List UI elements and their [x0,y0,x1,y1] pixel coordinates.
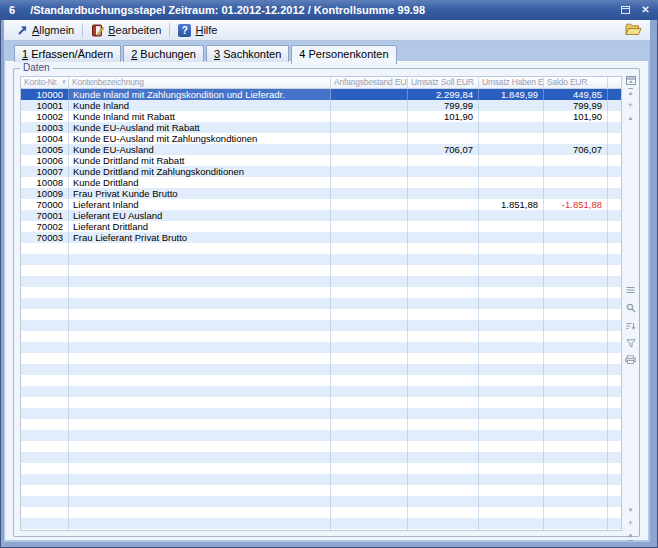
cell-sal[interactable] [544,474,608,485]
cell-anf[interactable] [331,221,408,232]
table-row-empty[interactable] [21,364,621,375]
cell-name[interactable] [69,507,331,518]
cell-nr[interactable] [21,309,69,320]
last-row-icon[interactable]: ▼ [625,530,636,542]
cell-hab[interactable] [479,375,544,386]
cell-name[interactable] [69,408,331,419]
cell-nr[interactable] [21,463,69,474]
cell-nr[interactable] [21,529,69,531]
cell-anf[interactable] [331,177,408,188]
cell-nr[interactable]: 10005 [21,144,69,155]
cell-name[interactable]: Frau Privat Kunde Brutto [69,188,331,199]
cell-soll[interactable] [408,166,479,177]
cell-nr[interactable] [21,496,69,507]
table-row-empty[interactable] [21,463,621,474]
cell-sal[interactable] [544,441,608,452]
table-row[interactable]: 70001Lieferant EU Ausland [21,210,621,221]
cell-anf[interactable] [331,276,408,287]
table-row[interactable]: 10007Kunde Drittland mit Zahlungskonditi… [21,166,621,177]
cell-soll[interactable] [408,529,479,531]
cell-name[interactable] [69,529,331,531]
cell-hab[interactable] [479,243,544,254]
cell-name[interactable] [69,518,331,529]
cell-soll[interactable] [408,210,479,221]
cell-soll[interactable] [408,463,479,474]
cell-soll[interactable] [408,408,479,419]
cell-soll[interactable] [408,177,479,188]
cell-name[interactable]: Kunde EU-Ausland mit Rabatt [69,122,331,133]
accounts-grid[interactable]: Konto-Nr.▼ Kontenbezeichnung Anfangsbest… [20,76,622,531]
cell-soll[interactable] [408,485,479,496]
cell-name[interactable]: Frau Lieferant Privat Brutto [69,232,331,243]
cell-nr[interactable] [21,364,69,375]
cell-nr[interactable]: 10008 [21,177,69,188]
cell-name[interactable] [69,441,331,452]
table-row[interactable]: 70000Lieferant Inland1.851,88-1.851,88 [21,199,621,210]
cell-soll[interactable] [408,452,479,463]
cell-hab[interactable] [479,320,544,331]
cell-name[interactable]: Kunde Inland [69,100,331,111]
cell-nr[interactable]: 10004 [21,133,69,144]
table-row[interactable]: 10009Frau Privat Kunde Brutto [21,188,621,199]
cell-nr[interactable] [21,287,69,298]
cell-anf[interactable] [331,188,408,199]
cell-sal[interactable]: 449,85 [544,89,608,100]
cell-nr[interactable] [21,408,69,419]
cell-name[interactable]: Lieferant Drittland [69,221,331,232]
tab-personenkonten[interactable]: 4 Personenkonten [291,45,396,64]
cell-anf[interactable] [331,430,408,441]
cell-name[interactable] [69,452,331,463]
cell-hab[interactable] [479,221,544,232]
cell-sal[interactable] [544,210,608,221]
cell-name[interactable] [69,243,331,254]
row-down-icon[interactable]: ▼ [625,504,636,516]
cell-anf[interactable] [331,441,408,452]
cell-name[interactable] [69,430,331,441]
cell-nr[interactable]: 10006 [21,155,69,166]
cell-anf[interactable] [331,122,408,133]
cell-hab[interactable]: 1.851,88 [479,199,544,210]
cell-soll[interactable] [408,221,479,232]
cell-nr[interactable]: 10000 [21,89,69,100]
table-row-empty[interactable] [21,408,621,419]
cell-hab[interactable] [479,309,544,320]
cell-hab[interactable] [479,265,544,276]
table-row-empty[interactable] [21,485,621,496]
cell-name[interactable]: Lieferant EU Ausland [69,210,331,221]
cell-anf[interactable] [331,265,408,276]
cell-hab[interactable] [479,232,544,243]
cell-anf[interactable] [331,155,408,166]
cell-hab[interactable] [479,485,544,496]
table-row-empty[interactable] [21,254,621,265]
table-row-empty[interactable] [21,419,621,430]
table-row[interactable]: 10006Kunde Drittland mit Rabatt [21,155,621,166]
cell-anf[interactable] [331,463,408,474]
cell-sal[interactable] [544,397,608,408]
cell-sal[interactable] [544,276,608,287]
cell-hab[interactable] [479,155,544,166]
cell-soll[interactable] [408,276,479,287]
cell-nr[interactable] [21,342,69,353]
cell-soll[interactable] [408,364,479,375]
cell-soll[interactable] [408,496,479,507]
table-row-empty[interactable] [21,298,621,309]
cell-soll[interactable] [408,199,479,210]
cell-soll[interactable] [408,419,479,430]
cell-sal[interactable] [544,507,608,518]
cell-anf[interactable] [331,386,408,397]
table-row[interactable]: 10005Kunde EU-Ausland706,07706,07 [21,144,621,155]
cell-anf[interactable] [331,397,408,408]
cell-anf[interactable] [331,243,408,254]
cell-hab[interactable] [479,177,544,188]
cell-sal[interactable] [544,265,608,276]
cell-name[interactable] [69,397,331,408]
cell-nr[interactable] [21,386,69,397]
cell-soll[interactable] [408,507,479,518]
cell-nr[interactable] [21,474,69,485]
print-icon[interactable] [625,353,636,365]
close-button[interactable]: ✕ [638,3,653,16]
cell-name[interactable] [69,342,331,353]
row-menu-icon[interactable] [625,284,636,296]
cell-anf[interactable] [331,287,408,298]
cell-nr[interactable]: 10007 [21,166,69,177]
